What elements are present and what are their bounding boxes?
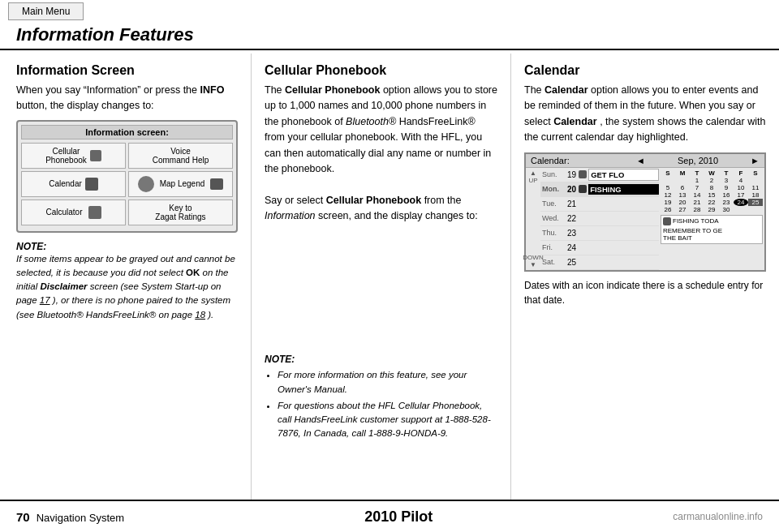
page-header: Information Features (0, 23, 779, 50)
note-disclaimer: Disclaimer (40, 281, 87, 291)
event-icon-sun (579, 170, 587, 178)
note-title-middle: NOTE: (265, 354, 497, 365)
note-title-left: NOTE: (16, 241, 238, 252)
top-menu-bar: Main Menu (0, 0, 779, 23)
note-bullets-list: For more information on this feature, se… (265, 368, 497, 440)
calendar-display-box: Calendar: ◄ Sep, 2010 ► ▲ UP DOWN ▼ (524, 152, 766, 272)
cal-row-tue: Tue. 21 (540, 197, 659, 212)
note-page-2: 18 (195, 310, 205, 320)
calendar-header: Calendar: ◄ Sep, 2010 ► (526, 154, 764, 168)
calendar-title: Calendar (524, 63, 766, 78)
info-screen-grid: Cellular Phonebook Voice Command Help Ca… (21, 143, 233, 228)
info-keyword: INFO (200, 84, 225, 96)
cal-keyword1: Calendar (544, 84, 588, 96)
footer-left: 70 Navigation System (16, 510, 124, 524)
cal-row-sun: Sun. 19 GET FLO (540, 168, 659, 182)
calendar-rows: Sun. 19 GET FLO Mon. 20 FISHING (540, 168, 659, 270)
mini-cal-header-row: S M T W T F S (661, 169, 763, 177)
cb-body1: The (265, 84, 282, 96)
note-block-left: NOTE: If some items appear to be grayed … (16, 241, 238, 322)
down-arrow[interactable]: ▼ (530, 261, 536, 268)
reminder-line-3: THE BAIT (663, 234, 760, 242)
footer-nav-label: Navigation System (37, 512, 124, 524)
info-screen-title: Information Screen (16, 63, 238, 78)
mini-cal-table: S M T W T F S (661, 169, 763, 213)
intro-end: button, the display changes to: (16, 100, 154, 111)
note-bullet-1: For more information on this feature, se… (278, 368, 497, 397)
info-cell-calculator[interactable]: Calculator (21, 200, 126, 225)
event-label-mon: FISHING (588, 184, 659, 195)
reminder-icon-row: FISHING TODA (663, 217, 760, 225)
reminder-line-1: FISHING TODA (673, 217, 719, 225)
footer-page-number: 70 (16, 510, 30, 524)
up-arrow[interactable]: ▲ (530, 169, 536, 177)
mini-cal-th-t1: T (690, 169, 704, 177)
mini-cal-th-f: F (734, 169, 748, 177)
note-ok: OK (186, 268, 200, 277)
footer-right-text: carmanualonline.info (673, 511, 763, 522)
cal-row-wed: Wed. 22 (540, 212, 659, 226)
mini-cal-th-s1: S (661, 169, 675, 177)
event-label-sun: GET FLO (588, 169, 659, 181)
note-bullet-2: For questions about the HFL Cellular Pho… (278, 399, 497, 441)
cal-month-year: Sep, 2010 (678, 156, 718, 165)
mini-cal-row-3: 12 13 14 15 16 17 18 (661, 191, 763, 199)
reminder-icon (663, 217, 671, 225)
cal-row-sat: Sat. 25 (540, 255, 659, 270)
cal-row-mon: Mon. 20 FISHING (540, 182, 659, 197)
cb-body4: Say or select (265, 195, 323, 206)
calendar-up-down: ▲ UP DOWN ▼ (526, 168, 540, 270)
cal-next-arrow[interactable]: ► (751, 156, 760, 165)
cb-body5: from the (424, 195, 462, 206)
cal-row-fri: Fri. 24 (540, 241, 659, 255)
middle-column: Cellular Phonebook The Cellular Phoneboo… (252, 54, 511, 500)
cal-body1: The (524, 84, 542, 96)
footer: 70 Navigation System 2010 Pilot carmanua… (0, 500, 779, 532)
cellular-phonebook-body: The Cellular Phonebook option allows you… (265, 83, 497, 224)
mini-cal-th-s2: S (748, 169, 763, 177)
cb-italic2: Information (265, 210, 316, 221)
reminder-box: FISHING TODA REMEMBER TO GE THE BAIT (661, 215, 763, 244)
mini-cal-th-t2: T (719, 169, 734, 177)
mini-cal-th-m: M (675, 169, 690, 177)
info-screen-box-title: Information screen: (21, 125, 233, 139)
calendar-body: The Calendar option allows you to enter … (524, 83, 766, 146)
calendar-body-area: ▲ UP DOWN ▼ Sun. 19 GET FLO (526, 168, 764, 270)
note-bullets-middle: NOTE: For more information on this featu… (265, 354, 497, 440)
note-text-5: ). (208, 310, 213, 320)
mini-cal: S M T W T F S (661, 169, 763, 213)
mini-cal-row-5: 26 27 28 29 30 (661, 206, 763, 213)
up-label: UP (528, 177, 537, 184)
footer-center-text: 2010 Pilot (364, 508, 433, 526)
intro-text: When you say “Information” or press the (16, 84, 197, 96)
left-column: Information Screen When you say “Informa… (0, 54, 252, 500)
info-screen-intro: When you say “Information” or press the … (16, 83, 238, 114)
mini-cal-row-2: 5 6 7 8 9 10 11 (661, 184, 763, 191)
content-area: Information Screen When you say “Informa… (0, 54, 779, 500)
calendar-header-label: Calendar: (531, 156, 570, 165)
info-cell-voice[interactable]: Voice Command Help (128, 143, 233, 169)
note-page-1: 17 (40, 295, 50, 305)
info-cell-calendar[interactable]: Calendar (21, 171, 126, 197)
right-column: Calendar The Calendar option allows you … (511, 54, 779, 500)
calendar-event-list: ▲ UP DOWN ▼ Sun. 19 GET FLO (526, 168, 659, 270)
info-cell-map-legend[interactable]: Map Legend (128, 171, 233, 197)
note-text-left: If some items appear to be grayed out an… (16, 252, 238, 322)
cb-keyword2: Cellular Phonebook (326, 195, 421, 206)
cb-keyword1: Cellular Phonebook (285, 84, 380, 96)
mini-cal-row-4: 19 20 21 22 23 24 25 (661, 199, 763, 206)
cal-prev-arrow[interactable]: ◄ (636, 156, 645, 165)
mini-cal-th-w: W (704, 169, 719, 177)
info-screen-box: Information screen: Cellular Phonebook V… (16, 120, 238, 233)
info-cell-zagat[interactable]: Key to Zagat Ratings (128, 200, 233, 225)
reminder-line-2: REMEMBER TO GE (663, 227, 760, 234)
cb-body6: screen, and the display changes to: (318, 210, 478, 221)
cal-keyword2: Calendar (553, 116, 597, 127)
info-cell-phonebook[interactable]: Cellular Phonebook (21, 143, 126, 169)
page-title: Information Features (16, 24, 763, 45)
mini-calendar: S M T W T F S (659, 168, 764, 270)
main-menu-button[interactable]: Main Menu (8, 2, 84, 20)
event-icon-mon (579, 185, 587, 193)
cal-row-thu: Thu. 23 (540, 226, 659, 241)
calendar-nav: ◄ Sep, 2010 ► (636, 156, 760, 165)
